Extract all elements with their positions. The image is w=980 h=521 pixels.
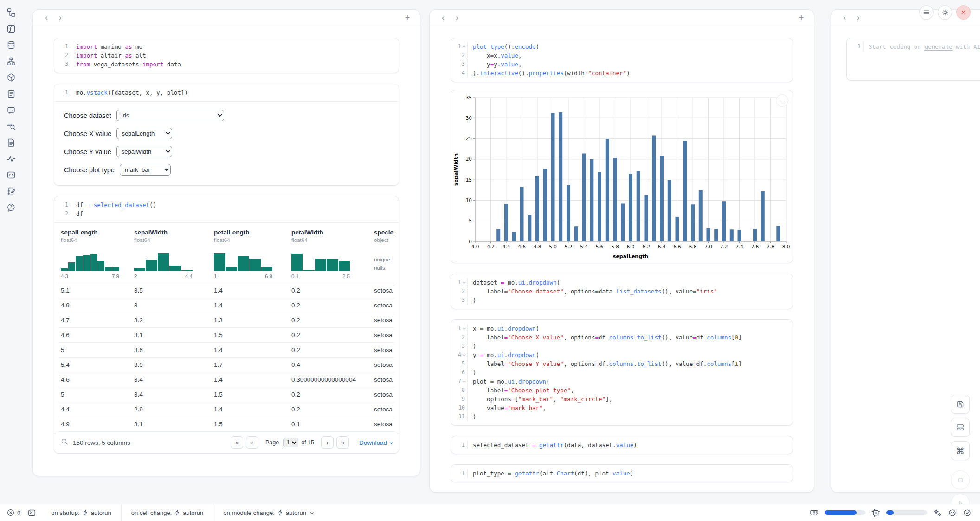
ram-usage-meter[interactable] (825, 510, 865, 515)
table-row[interactable]: 53.61.40.2setosa (59, 343, 394, 358)
add-cell-button-middle[interactable]: + (795, 12, 807, 24)
code-token: mo. (504, 279, 518, 286)
next-page-button[interactable]: › (321, 436, 334, 449)
table-row[interactable]: 4.63.41.40.30000000000000004setosa (59, 372, 394, 387)
plot-type-cell[interactable]: 1plot_type = getattr(alt.Chart(df), plot… (451, 464, 793, 482)
expand-right-button[interactable]: › (851, 12, 865, 24)
on-startup-toggle[interactable]: on startup: autorun (41, 504, 121, 521)
chart-code-cell-code[interactable]: 1plot_type().encode(2 x=x.value,3 y=y.va… (451, 38, 793, 82)
layout-button[interactable] (951, 418, 970, 437)
sidebar-item-tracing[interactable] (4, 152, 18, 165)
altair-bar-chart[interactable]: 4.04.24.44.64.85.05.25.45.65.86.06.26.46… (451, 90, 794, 263)
dataset-dropdown-cell-code[interactable]: 1dataset = mo.ui.dropdown(2 label="Choos… (451, 274, 793, 309)
table-row[interactable]: 4.42.91.40.2setosa (59, 402, 394, 417)
sidebar-item-ai-chat[interactable] (4, 104, 18, 116)
chart-actions-button[interactable]: ··· (776, 94, 788, 107)
table-cell: 1.5 (212, 387, 290, 402)
imports-cell-code[interactable]: 1import marimo as mo2import altair as al… (54, 38, 399, 73)
generate-link[interactable]: generate (924, 43, 952, 50)
fold-toggle-icon[interactable] (463, 379, 466, 383)
check-circle-icon[interactable] (963, 508, 972, 517)
dataset-dropdown-cell[interactable]: 1dataset = mo.ui.dropdown(2 label="Choos… (451, 274, 793, 309)
sidebar-item-dependency-graph[interactable] (4, 55, 18, 67)
sidebar-item-functions[interactable] (4, 22, 18, 35)
collapse-middle-button[interactable]: ‹ (436, 12, 450, 24)
line-number: 3 (54, 60, 71, 69)
add-cell-button-left[interactable]: + (401, 12, 413, 24)
sidebar-item-outline-search[interactable] (4, 120, 18, 132)
sidebar-item-scratchpad[interactable] (4, 185, 18, 197)
plot-type-cell-code[interactable]: 1plot_type = getattr(alt.Chart(df), plot… (451, 465, 793, 482)
prev-page-button[interactable]: ‹ (246, 436, 258, 449)
df-cell-group: 1df = selected_dataset()2dfsepalLengthfl… (54, 196, 399, 454)
fold-toggle-icon[interactable] (463, 353, 466, 356)
svg-text:5.8: 5.8 (611, 244, 619, 249)
download-button[interactable]: Download (359, 439, 392, 446)
sidebar-item-documentation[interactable] (4, 136, 18, 149)
copilot-icon[interactable] (948, 508, 957, 517)
df-cell[interactable]: 1df = selected_dataset()2dfsepalLengthfl… (54, 196, 399, 454)
stop-button[interactable] (951, 470, 970, 489)
code-token: value (473, 404, 504, 411)
collapse-right-button[interactable]: ‹ (838, 12, 851, 24)
dataframe-table[interactable]: sepalLengthfloat644.37.9sepalWidthfloat6… (59, 223, 394, 432)
collapse-left-button[interactable]: ‹ (39, 12, 53, 24)
code-text: plot_type().encode( (468, 42, 539, 51)
vstack-cell[interactable]: 1mo.vstack([dataset, x, y, plot])Choose … (54, 84, 399, 186)
keyboard-shortcuts-button[interactable]: ⌘ (951, 441, 970, 460)
shutdown-button[interactable] (956, 5, 971, 20)
fold-toggle-icon[interactable] (463, 326, 466, 330)
table-row[interactable]: 5.13.51.40.2setosa (59, 283, 394, 298)
vstack-cell-code[interactable]: 1mo.vstack([dataset, x, y, plot]) (54, 84, 399, 101)
table-row[interactable]: 53.41.50.2setosa (59, 387, 394, 402)
table-row[interactable]: 4.93.11.50.1setosa (59, 417, 394, 432)
scratch-placeholder[interactable]: Start coding or generate with AI (864, 42, 980, 51)
on-cell-change-toggle[interactable]: on cell change: autorun (122, 504, 213, 521)
dropdown-controls: Choose datasetirisChoose X valuesepalLen… (54, 102, 399, 185)
cpu-usage-meter[interactable] (886, 510, 927, 515)
close-icon (961, 9, 967, 15)
xy-plot-dropdown-cell[interactable]: 1x = mo.ui.dropdown(2 label="Choose X va… (451, 319, 793, 426)
first-page-button[interactable]: « (231, 436, 243, 449)
terminal-button[interactable] (24, 509, 41, 517)
table-cell: 5 (59, 343, 132, 358)
code-line: 1dataset = mo.ui.dropdown( (451, 278, 793, 287)
sidebar-item-packages[interactable] (4, 71, 18, 84)
code-text: plot_type = getattr(alt.Chart(df), plot.… (468, 469, 633, 478)
choose-plot-type-select[interactable]: mark_bar (120, 164, 171, 176)
expand-middle-button[interactable]: › (450, 12, 464, 24)
table-row[interactable]: 4.63.11.50.2setosa (59, 328, 394, 343)
sidebar-item-help[interactable]: ? (4, 201, 18, 214)
last-page-button[interactable]: » (336, 436, 349, 449)
menu-button[interactable] (919, 5, 934, 20)
expand-left-button[interactable]: › (53, 12, 67, 24)
code-token: dropdown (508, 325, 535, 332)
on-module-change-toggle[interactable]: on module change: autorun (213, 504, 322, 521)
ai-sparkles-icon[interactable] (933, 508, 942, 517)
choose-x-value-select[interactable]: sepalLength (116, 128, 172, 139)
settings-button[interactable] (938, 5, 952, 20)
sidebar-item-datasources[interactable] (4, 39, 18, 51)
fold-toggle-icon[interactable] (463, 45, 466, 48)
selected-dataset-cell[interactable]: 1selected_dataset = getattr(data, datase… (451, 436, 793, 454)
search-icon[interactable] (61, 438, 68, 447)
xy-plot-dropdown-cell-code[interactable]: 1x = mo.ui.dropdown(2 label="Choose X va… (451, 320, 793, 425)
sidebar-item-logs[interactable] (4, 87, 18, 100)
imports-cell[interactable]: 1import marimo as mo2import altair as al… (54, 38, 399, 73)
fold-toggle-icon[interactable] (463, 280, 466, 284)
sidebar-item-snippets[interactable] (4, 169, 18, 181)
table-row[interactable]: 4.931.40.2setosa (59, 298, 394, 313)
table-row[interactable]: 5.43.91.70.4setosa (59, 358, 394, 372)
sidebar-item-file-explorer[interactable] (4, 6, 18, 19)
code-token: . (515, 378, 518, 385)
choose-dataset-select[interactable]: iris (116, 110, 224, 121)
scratch-cell[interactable]: 1 Start coding or generate with AI (846, 38, 980, 81)
error-indicator[interactable]: 0 (0, 509, 24, 516)
df-cell-code[interactable]: 1df = selected_dataset()2df (54, 196, 399, 222)
page-select[interactable]: 1 (283, 438, 298, 447)
save-button[interactable] (951, 395, 970, 414)
chart-code-cell[interactable]: 1plot_type().encode(2 x=x.value,3 y=y.va… (451, 38, 793, 82)
selected-dataset-cell-code[interactable]: 1selected_dataset = getattr(data, datase… (451, 436, 793, 454)
choose-y-value-select[interactable]: sepalWidth (116, 146, 172, 157)
table-row[interactable]: 4.73.21.30.2setosa (59, 313, 394, 328)
